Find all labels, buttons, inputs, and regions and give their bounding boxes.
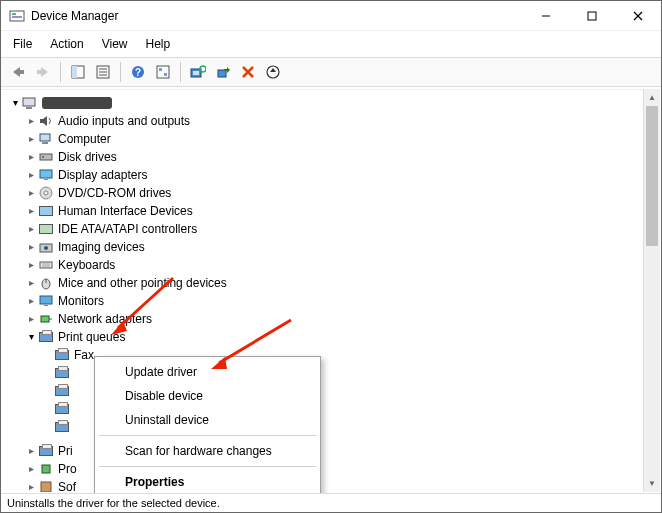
chevron-right-icon[interactable]: ▸ — [24, 166, 38, 184]
chevron-right-icon[interactable]: ▸ — [24, 184, 38, 202]
menu-help[interactable]: Help — [144, 35, 173, 53]
tree-item[interactable]: ▸Computer — [8, 130, 658, 148]
chevron-down-icon[interactable]: ▾ — [8, 94, 22, 112]
svg-rect-39 — [40, 170, 52, 178]
svg-rect-20 — [159, 68, 162, 71]
scroll-thumb[interactable] — [646, 106, 658, 246]
network-icon — [38, 311, 54, 327]
ide-icon — [38, 221, 54, 237]
mouse-icon — [38, 275, 54, 291]
add-legacy-button[interactable] — [212, 61, 234, 83]
chevron-right-icon[interactable]: ▸ — [24, 292, 38, 310]
tree-item[interactable]: ▸Disk drives — [8, 148, 658, 166]
chevron-right-icon[interactable]: ▸ — [24, 202, 38, 220]
svg-rect-25 — [218, 70, 226, 77]
tree-item[interactable]: ▸Keyboards — [8, 256, 658, 274]
tree-item[interactable]: ▸Human Interface Devices — [8, 202, 658, 220]
chevron-right-icon[interactable]: ▸ — [24, 442, 38, 460]
help-toolbar-button[interactable]: ? — [127, 61, 149, 83]
back-button[interactable] — [7, 61, 29, 83]
svg-point-42 — [44, 191, 48, 195]
svg-marker-9 — [41, 67, 48, 77]
svg-rect-37 — [40, 154, 52, 160]
dvd-icon — [38, 185, 54, 201]
svg-rect-36 — [42, 142, 48, 144]
toolbar: ? — [1, 57, 661, 87]
display-icon — [38, 167, 54, 183]
svg-rect-4 — [588, 12, 596, 20]
tree-item[interactable]: ▸DVD/CD-ROM drives — [8, 184, 658, 202]
scan-hardware-button[interactable] — [187, 61, 209, 83]
ctx-update-driver[interactable]: Update driver — [97, 360, 318, 384]
app-icon — [9, 8, 25, 24]
tree-item-label: Network adapters — [58, 310, 152, 328]
printer-icon — [54, 347, 70, 363]
tree-item[interactable]: ▸Network adapters — [8, 310, 658, 328]
scroll-down-button[interactable]: ▼ — [644, 475, 660, 492]
chevron-down-icon[interactable]: ▾ — [24, 328, 38, 346]
title-bar: Device Manager — [1, 1, 661, 31]
svg-rect-54 — [42, 465, 50, 473]
svg-rect-8 — [19, 70, 24, 74]
menu-view[interactable]: View — [100, 35, 130, 53]
tree-view-button[interactable] — [152, 61, 174, 83]
chevron-right-icon[interactable]: ▸ — [24, 220, 38, 238]
svg-rect-12 — [72, 66, 77, 78]
tree-item-label: Human Interface Devices — [58, 202, 193, 220]
chevron-right-icon[interactable]: ▸ — [24, 130, 38, 148]
chevron-right-icon[interactable]: ▸ — [24, 148, 38, 166]
ctx-disable-device[interactable]: Disable device — [97, 384, 318, 408]
tree-item-label: Monitors — [58, 292, 104, 310]
svg-rect-27 — [224, 69, 228, 71]
tree-item[interactable]: ▸Monitors — [8, 292, 658, 310]
svg-point-44 — [44, 246, 48, 250]
chevron-right-icon[interactable]: ▸ — [24, 310, 38, 328]
svg-text:?: ? — [135, 67, 141, 78]
software-icon — [38, 479, 54, 492]
chevron-right-icon[interactable]: ▸ — [24, 256, 38, 274]
tree-item[interactable]: ▸Mice and other pointing devices — [8, 274, 658, 292]
svg-rect-1 — [12, 13, 16, 15]
tree-item-label: Imaging devices — [58, 238, 145, 256]
ctx-uninstall-device[interactable]: Uninstall device — [97, 408, 318, 432]
printer-icon — [54, 365, 70, 381]
update-driver-toolbar-button[interactable] — [262, 61, 284, 83]
tree-item[interactable]: ▸IDE ATA/ATAPI controllers — [8, 220, 658, 238]
disk-icon — [38, 149, 54, 165]
properties-toolbar-button[interactable] — [92, 61, 114, 83]
svg-rect-52 — [41, 316, 49, 322]
uninstall-toolbar-button[interactable] — [237, 61, 259, 83]
close-button[interactable] — [615, 1, 661, 31]
show-hide-tree-button[interactable] — [67, 61, 89, 83]
root-node[interactable]: ▾ — [8, 94, 658, 112]
ctx-scan-hardware[interactable]: Scan for hardware changes — [97, 439, 318, 463]
svg-rect-19 — [157, 66, 169, 78]
svg-rect-35 — [40, 134, 50, 141]
tree-item-label: Print queues — [58, 328, 125, 346]
vertical-scrollbar[interactable]: ▲ ▼ — [643, 89, 660, 492]
chevron-right-icon[interactable]: ▸ — [24, 238, 38, 256]
chevron-right-icon[interactable]: ▸ — [24, 460, 38, 478]
svg-marker-7 — [13, 67, 20, 77]
ctx-properties[interactable]: Properties — [97, 470, 318, 494]
ctx-separator — [99, 435, 316, 436]
printer-icon — [38, 443, 54, 459]
tree-item[interactable]: ▸Imaging devices — [8, 238, 658, 256]
minimize-button[interactable] — [523, 1, 569, 31]
maximize-button[interactable] — [569, 1, 615, 31]
menu-action[interactable]: Action — [48, 35, 85, 53]
forward-button[interactable] — [32, 61, 54, 83]
chevron-right-icon[interactable]: ▸ — [24, 112, 38, 130]
tree-item-label: Audio inputs and outputs — [58, 112, 190, 130]
hid-icon — [38, 203, 54, 219]
scroll-up-button[interactable]: ▲ — [644, 89, 660, 106]
chevron-right-icon[interactable]: ▸ — [24, 274, 38, 292]
tree-item[interactable]: ▸Display adapters — [8, 166, 658, 184]
menu-file[interactable]: File — [11, 35, 34, 53]
tree-item[interactable]: ▸Audio inputs and outputs — [8, 112, 658, 130]
svg-rect-21 — [164, 73, 167, 76]
tree-item-print-queues[interactable]: ▾Print queues — [8, 328, 658, 346]
svg-rect-33 — [26, 107, 32, 109]
chevron-right-icon[interactable]: ▸ — [24, 478, 38, 492]
tree-item-label: Pro — [58, 460, 77, 478]
